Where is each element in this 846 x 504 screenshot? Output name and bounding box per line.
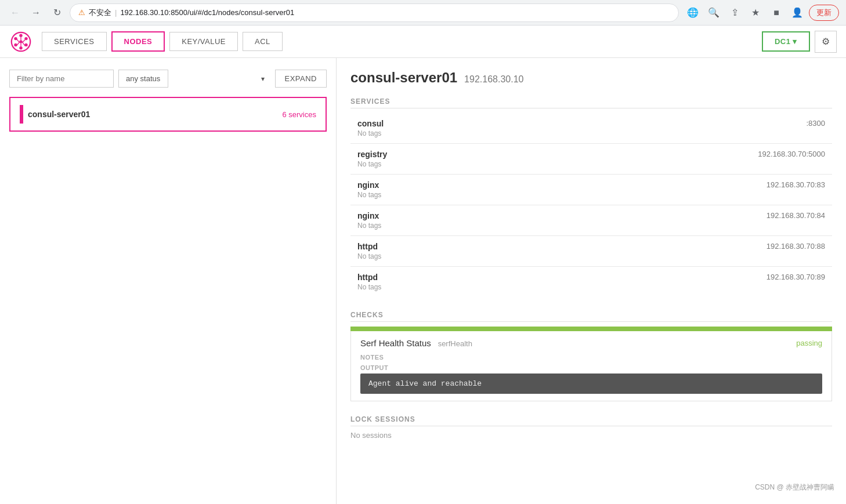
service-name-0: consul xyxy=(357,119,384,128)
service-tags-0: No tags xyxy=(357,129,384,137)
service-addr-5: 192.168.30.70:89 xyxy=(767,273,825,281)
service-row[interactable]: nginx No tags 192.168.30.70:83 xyxy=(350,175,832,205)
lock-sessions-section: LOCK SESSIONS No sessions xyxy=(350,415,832,440)
svg-point-5 xyxy=(19,46,22,49)
check-id: serfHealth xyxy=(438,339,472,348)
right-panel-header: consul-server01 192.168.30.10 xyxy=(350,70,832,86)
search-icon[interactable]: 🔍 xyxy=(704,3,723,22)
nav-keyvalue-button[interactable]: KEY/VALUE xyxy=(169,32,238,51)
svg-line-10 xyxy=(23,42,26,45)
right-panel: consul-server01 192.168.30.10 SERVICES c… xyxy=(337,58,846,504)
services-section-title: SERVICES xyxy=(350,97,832,108)
app-container: SERVICES NODES KEY/VALUE ACL DC1 ▾ ⚙ any… xyxy=(0,26,846,504)
check-status-bar xyxy=(350,327,832,331)
services-section: SERVICES consul No tags :8300 registry N… xyxy=(350,97,832,297)
reload-button[interactable]: ↻ xyxy=(49,5,65,21)
service-row[interactable]: consul No tags :8300 xyxy=(350,113,832,144)
service-addr-1: 192.168.30.70:5000 xyxy=(758,150,825,158)
top-nav: SERVICES NODES KEY/VALUE ACL DC1 ▾ ⚙ xyxy=(0,26,846,58)
service-tags-5: No tags xyxy=(357,283,381,291)
service-name-5: httpd xyxy=(357,273,381,282)
service-name-3: nginx xyxy=(357,211,381,220)
node-indicator xyxy=(20,105,23,124)
address-bar: ⚠ 不安全 | 192.168.30.10:8500/ui/#/dc1/node… xyxy=(70,3,679,22)
detail-node-title: consul-server01 xyxy=(350,70,457,86)
watermark: CSDN @ 赤壁战神曹阿瞒 xyxy=(755,483,834,492)
service-addr-2: 192.168.30.70:83 xyxy=(767,180,825,189)
svg-line-9 xyxy=(23,39,26,42)
settings-icon: ⚙ xyxy=(822,36,830,47)
service-row[interactable]: httpd No tags 192.168.30.70:88 xyxy=(350,236,832,267)
check-status: passing xyxy=(796,339,822,347)
share-icon[interactable]: ⇪ xyxy=(725,3,744,22)
nav-dc-button[interactable]: DC1 ▾ xyxy=(762,31,810,52)
service-addr-0: :8300 xyxy=(806,119,825,128)
translate-icon[interactable]: 🌐 xyxy=(684,3,702,22)
service-name-1: registry xyxy=(357,150,387,159)
output-box: Agent alive and reachable xyxy=(360,374,822,394)
expand-button[interactable]: EXPAND xyxy=(275,70,327,88)
warning-text: 不安全 xyxy=(89,8,111,18)
service-name-2: nginx xyxy=(357,180,381,190)
service-tags-4: No tags xyxy=(357,252,381,260)
service-addr-3: 192.168.30.70:84 xyxy=(767,211,825,220)
update-button[interactable]: 更新 xyxy=(809,5,839,21)
service-row[interactable]: httpd No tags 192.168.30.70:89 xyxy=(350,267,832,297)
logo xyxy=(9,30,32,53)
nav-services-button[interactable]: SERVICES xyxy=(42,32,107,51)
service-tags-3: No tags xyxy=(357,222,381,230)
browser-chrome: ← → ↻ ⚠ 不安全 | 192.168.30.10:8500/ui/#/dc… xyxy=(0,0,846,26)
service-tags-1: No tags xyxy=(357,160,387,168)
svg-line-12 xyxy=(17,42,20,45)
security-warning-icon: ⚠ xyxy=(78,8,85,17)
notes-section: NOTES OUTPUT Agent alive and reachable xyxy=(360,354,822,394)
nav-acl-button[interactable]: ACL xyxy=(243,32,283,51)
lock-sessions-title: LOCK SESSIONS xyxy=(350,415,832,426)
status-select[interactable]: any status passing warning critical xyxy=(118,70,168,88)
check-item: Serf Health Status serfHealth passing NO… xyxy=(350,331,832,401)
bookmark-icon[interactable]: ★ xyxy=(746,3,765,22)
detail-node-ip: 192.168.30.10 xyxy=(464,74,523,85)
forward-button[interactable]: → xyxy=(28,5,44,21)
browser-actions: 🌐 🔍 ⇪ ★ ■ 👤 更新 xyxy=(684,3,839,22)
service-row[interactable]: nginx No tags 192.168.30.70:84 xyxy=(350,205,832,236)
no-sessions-text: No sessions xyxy=(350,431,832,440)
notes-label: NOTES xyxy=(360,354,822,361)
filter-row: any status passing warning critical EXPA… xyxy=(9,70,327,88)
node-name: consul-server01 xyxy=(28,110,90,119)
checks-section: CHECKS Serf Health Status serfHealth pas… xyxy=(350,311,832,401)
status-select-wrapper: any status passing warning critical xyxy=(118,70,270,88)
profile-icon[interactable]: 👤 xyxy=(788,3,807,22)
settings-button[interactable]: ⚙ xyxy=(815,31,837,53)
svg-point-1 xyxy=(19,40,22,43)
svg-point-4 xyxy=(24,43,27,46)
url-text: 192.168.30.10:8500/ui/#/dc1/nodes/consul… xyxy=(120,8,294,17)
service-tags-2: No tags xyxy=(357,191,381,199)
service-addr-4: 192.168.30.70:88 xyxy=(767,242,825,251)
node-services-count: 6 services xyxy=(282,110,316,119)
node-item-left: consul-server01 xyxy=(20,105,90,124)
output-label: OUTPUT xyxy=(360,364,822,371)
filter-input[interactable] xyxy=(9,70,114,88)
check-name: Serf Health Status xyxy=(360,338,431,348)
left-panel: any status passing warning critical EXPA… xyxy=(0,58,337,504)
svg-line-13 xyxy=(17,39,20,42)
service-name-4: httpd xyxy=(357,242,381,251)
back-button[interactable]: ← xyxy=(7,5,23,21)
svg-point-2 xyxy=(19,34,22,37)
checks-section-title: CHECKS xyxy=(350,311,832,322)
main-content: any status passing warning critical EXPA… xyxy=(0,58,846,504)
service-row[interactable]: registry No tags 192.168.30.70:5000 xyxy=(350,144,832,175)
extensions-icon[interactable]: ■ xyxy=(767,3,786,22)
node-list-item[interactable]: consul-server01 6 services xyxy=(9,97,327,132)
nav-nodes-button[interactable]: NODES xyxy=(111,31,165,52)
